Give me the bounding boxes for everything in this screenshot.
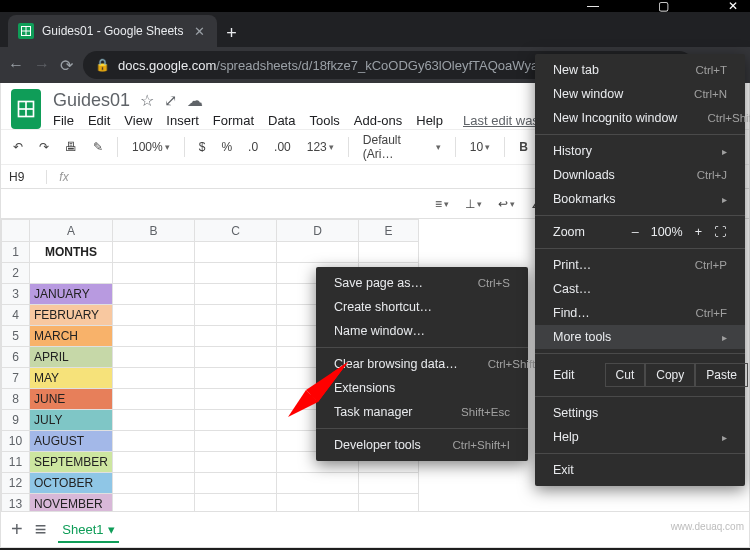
col-header-C[interactable]: C (195, 220, 277, 242)
menu-cut[interactable]: Cut (605, 363, 646, 387)
menu-file[interactable]: File (53, 113, 74, 128)
font-select[interactable]: Default (Ari… (357, 129, 447, 165)
document-title[interactable]: Guides01 (53, 90, 130, 111)
cell-A2[interactable] (30, 263, 113, 284)
cell-A10[interactable]: AUGUST (30, 431, 113, 452)
cell-B6[interactable] (113, 347, 195, 368)
row-header-8[interactable]: 8 (2, 389, 30, 410)
cell-C3[interactable] (195, 284, 277, 305)
cell-C1[interactable] (195, 242, 277, 263)
row-header-4[interactable]: 4 (2, 305, 30, 326)
more-formats-select[interactable]: 123 (301, 136, 340, 158)
col-header-E[interactable]: E (359, 220, 419, 242)
menu-edit[interactable]: Edit (88, 113, 110, 128)
back-button[interactable]: ← (8, 56, 24, 74)
menu-cast[interactable]: Cast… (535, 277, 745, 301)
row-header-9[interactable]: 9 (2, 410, 30, 431)
fullscreen-button[interactable]: ⛶ (714, 225, 727, 239)
cell-B4[interactable] (113, 305, 195, 326)
menu-add-ons[interactable]: Add-ons (354, 113, 402, 128)
cell-A8[interactable]: JUNE (30, 389, 113, 410)
font-size-select[interactable]: 10 (464, 136, 496, 158)
cell-A12[interactable]: OCTOBER (30, 473, 113, 494)
add-sheet-button[interactable]: + (11, 518, 23, 541)
zoom-select[interactable]: 100% (126, 136, 176, 158)
cell-A4[interactable]: FEBRUARY (30, 305, 113, 326)
format-currency-button[interactable]: $ (193, 136, 212, 158)
cell-A1[interactable]: MONTHS (30, 242, 113, 263)
cell-C12[interactable] (195, 473, 277, 494)
cell-B3[interactable] (113, 284, 195, 305)
cloud-status-icon[interactable]: ☁ (187, 91, 203, 110)
row-header-3[interactable]: 3 (2, 284, 30, 305)
cell-C11[interactable] (195, 452, 277, 473)
star-icon[interactable]: ☆ (140, 91, 154, 110)
sheet-tab[interactable]: Sheet1 ▾ (58, 516, 118, 543)
cell-A13[interactable]: NOVEMBER (30, 494, 113, 512)
cell-D13[interactable] (277, 494, 359, 512)
row-header-6[interactable]: 6 (2, 347, 30, 368)
submenu-create-shortcut[interactable]: Create shortcut… (316, 295, 528, 319)
cell-A11[interactable]: SEPTEMBER (30, 452, 113, 473)
cell-A3[interactable]: JANUARY (30, 284, 113, 305)
increase-decimal-button[interactable]: .00 (268, 136, 297, 158)
menu-copy[interactable]: Copy (645, 363, 695, 387)
menu-bookmarks[interactable]: Bookmarks (535, 187, 745, 211)
menu-new-incognito-window[interactable]: New Incognito windowCtrl+Shift+N (535, 106, 745, 130)
new-tab-button[interactable]: + (217, 19, 245, 47)
name-box[interactable]: H9 (1, 170, 47, 184)
zoom-out-button[interactable]: – (632, 225, 639, 239)
menu-view[interactable]: View (124, 113, 152, 128)
menu-new-window[interactable]: New windowCtrl+N (535, 82, 745, 106)
cell-B5[interactable] (113, 326, 195, 347)
col-header-D[interactable]: D (277, 220, 359, 242)
cell-B13[interactable] (113, 494, 195, 512)
browser-tab[interactable]: Guides01 - Google Sheets ✕ (8, 15, 217, 47)
col-header-A[interactable]: A (30, 220, 113, 242)
cell-A5[interactable]: MARCH (30, 326, 113, 347)
cell-A7[interactable]: MAY (30, 368, 113, 389)
select-all-corner[interactable] (2, 220, 30, 242)
zoom-in-button[interactable]: + (695, 225, 702, 239)
menu-downloads[interactable]: DownloadsCtrl+J (535, 163, 745, 187)
menu-tools[interactable]: Tools (309, 113, 339, 128)
menu-find[interactable]: Find…Ctrl+F (535, 301, 745, 325)
cell-C7[interactable] (195, 368, 277, 389)
menu-format[interactable]: Format (213, 113, 254, 128)
submenu-developer-tools[interactable]: Developer toolsCtrl+Shift+I (316, 433, 528, 457)
row-header-5[interactable]: 5 (2, 326, 30, 347)
window-maximize[interactable]: ▢ (648, 0, 678, 13)
wrap-button[interactable]: ↩ (492, 193, 521, 215)
menu-help[interactable]: Help (416, 113, 443, 128)
cell-B9[interactable] (113, 410, 195, 431)
move-icon[interactable]: ⤢ (164, 91, 177, 110)
menu-more-tools[interactable]: More tools (535, 325, 745, 349)
window-close[interactable]: ✕ (718, 0, 748, 13)
menu-insert[interactable]: Insert (166, 113, 199, 128)
cell-A6[interactable]: APRIL (30, 347, 113, 368)
cell-B11[interactable] (113, 452, 195, 473)
format-percent-button[interactable]: % (215, 136, 238, 158)
cell-C8[interactable] (195, 389, 277, 410)
menu-data[interactable]: Data (268, 113, 295, 128)
sheets-logo[interactable] (11, 89, 41, 129)
cell-B1[interactable] (113, 242, 195, 263)
tab-close-icon[interactable]: ✕ (191, 24, 207, 39)
cell-C9[interactable] (195, 410, 277, 431)
halign-button[interactable]: ≡ (429, 193, 455, 215)
cell-C13[interactable] (195, 494, 277, 512)
valign-button[interactable]: ⊥ (459, 193, 488, 215)
cell-C6[interactable] (195, 347, 277, 368)
row-header-10[interactable]: 10 (2, 431, 30, 452)
cell-B2[interactable] (113, 263, 195, 284)
menu-print[interactable]: Print…Ctrl+P (535, 253, 745, 277)
cell-C2[interactable] (195, 263, 277, 284)
menu-new-tab[interactable]: New tabCtrl+T (535, 58, 745, 82)
row-header-2[interactable]: 2 (2, 263, 30, 284)
cell-A9[interactable]: JULY (30, 410, 113, 431)
menu-settings[interactable]: Settings (535, 401, 745, 425)
bold-button[interactable]: B (513, 136, 534, 158)
cell-C4[interactable] (195, 305, 277, 326)
cell-B12[interactable] (113, 473, 195, 494)
undo-button[interactable]: ↶ (7, 136, 29, 158)
